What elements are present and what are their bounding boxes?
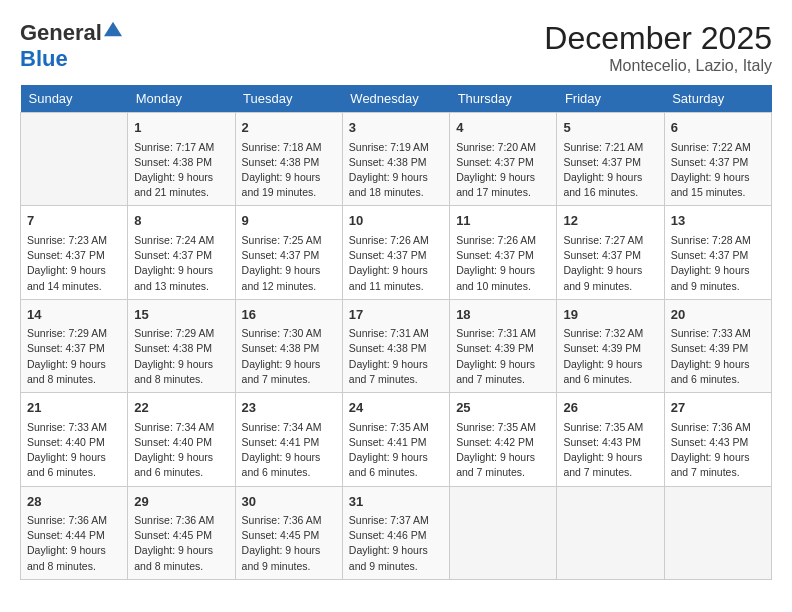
day-number: 17 [349,305,443,325]
calendar-cell: 13Sunrise: 7:28 AM Sunset: 4:37 PM Dayli… [664,206,771,299]
day-number: 8 [134,211,228,231]
weekday-header-cell: Wednesday [342,85,449,113]
calendar-cell: 12Sunrise: 7:27 AM Sunset: 4:37 PM Dayli… [557,206,664,299]
cell-content: Sunrise: 7:35 AM Sunset: 4:43 PM Dayligh… [563,420,657,481]
calendar-cell: 4Sunrise: 7:20 AM Sunset: 4:37 PM Daylig… [450,113,557,206]
calendar-cell: 24Sunrise: 7:35 AM Sunset: 4:41 PM Dayli… [342,393,449,486]
calendar-week-row: 21Sunrise: 7:33 AM Sunset: 4:40 PM Dayli… [21,393,772,486]
cell-content: Sunrise: 7:36 AM Sunset: 4:45 PM Dayligh… [134,513,228,574]
cell-content: Sunrise: 7:36 AM Sunset: 4:44 PM Dayligh… [27,513,121,574]
calendar-cell: 16Sunrise: 7:30 AM Sunset: 4:38 PM Dayli… [235,299,342,392]
calendar-week-row: 28Sunrise: 7:36 AM Sunset: 4:44 PM Dayli… [21,486,772,579]
logo: General Blue [20,20,122,72]
calendar-cell: 1Sunrise: 7:17 AM Sunset: 4:38 PM Daylig… [128,113,235,206]
cell-content: Sunrise: 7:32 AM Sunset: 4:39 PM Dayligh… [563,326,657,387]
day-number: 10 [349,211,443,231]
day-number: 12 [563,211,657,231]
cell-content: Sunrise: 7:33 AM Sunset: 4:40 PM Dayligh… [27,420,121,481]
weekday-header-cell: Monday [128,85,235,113]
cell-content: Sunrise: 7:24 AM Sunset: 4:37 PM Dayligh… [134,233,228,294]
day-number: 27 [671,398,765,418]
calendar-cell [21,113,128,206]
calendar-cell: 21Sunrise: 7:33 AM Sunset: 4:40 PM Dayli… [21,393,128,486]
calendar-table: SundayMondayTuesdayWednesdayThursdayFrid… [20,85,772,580]
day-number: 29 [134,492,228,512]
logo-icon [104,20,122,38]
day-number: 31 [349,492,443,512]
cell-content: Sunrise: 7:27 AM Sunset: 4:37 PM Dayligh… [563,233,657,294]
day-number: 6 [671,118,765,138]
calendar-cell: 7Sunrise: 7:23 AM Sunset: 4:37 PM Daylig… [21,206,128,299]
cell-content: Sunrise: 7:36 AM Sunset: 4:43 PM Dayligh… [671,420,765,481]
calendar-cell: 23Sunrise: 7:34 AM Sunset: 4:41 PM Dayli… [235,393,342,486]
calendar-cell: 22Sunrise: 7:34 AM Sunset: 4:40 PM Dayli… [128,393,235,486]
cell-content: Sunrise: 7:23 AM Sunset: 4:37 PM Dayligh… [27,233,121,294]
cell-content: Sunrise: 7:21 AM Sunset: 4:37 PM Dayligh… [563,140,657,201]
calendar-cell: 3Sunrise: 7:19 AM Sunset: 4:38 PM Daylig… [342,113,449,206]
day-number: 1 [134,118,228,138]
cell-content: Sunrise: 7:31 AM Sunset: 4:38 PM Dayligh… [349,326,443,387]
day-number: 26 [563,398,657,418]
day-number: 19 [563,305,657,325]
day-number: 2 [242,118,336,138]
cell-content: Sunrise: 7:30 AM Sunset: 4:38 PM Dayligh… [242,326,336,387]
weekday-header-row: SundayMondayTuesdayWednesdayThursdayFrid… [21,85,772,113]
cell-content: Sunrise: 7:25 AM Sunset: 4:37 PM Dayligh… [242,233,336,294]
logo-blue-text: Blue [20,46,68,72]
weekday-header-cell: Saturday [664,85,771,113]
day-number: 25 [456,398,550,418]
cell-content: Sunrise: 7:22 AM Sunset: 4:37 PM Dayligh… [671,140,765,201]
calendar-cell: 10Sunrise: 7:26 AM Sunset: 4:37 PM Dayli… [342,206,449,299]
calendar-week-row: 7Sunrise: 7:23 AM Sunset: 4:37 PM Daylig… [21,206,772,299]
calendar-cell: 29Sunrise: 7:36 AM Sunset: 4:45 PM Dayli… [128,486,235,579]
calendar-cell: 28Sunrise: 7:36 AM Sunset: 4:44 PM Dayli… [21,486,128,579]
day-number: 20 [671,305,765,325]
calendar-cell [557,486,664,579]
svg-marker-0 [104,22,122,36]
calendar-cell: 18Sunrise: 7:31 AM Sunset: 4:39 PM Dayli… [450,299,557,392]
cell-content: Sunrise: 7:36 AM Sunset: 4:45 PM Dayligh… [242,513,336,574]
cell-content: Sunrise: 7:34 AM Sunset: 4:40 PM Dayligh… [134,420,228,481]
month-title: December 2025 [544,20,772,57]
calendar-cell [450,486,557,579]
cell-content: Sunrise: 7:18 AM Sunset: 4:38 PM Dayligh… [242,140,336,201]
calendar-cell: 30Sunrise: 7:36 AM Sunset: 4:45 PM Dayli… [235,486,342,579]
calendar-cell: 31Sunrise: 7:37 AM Sunset: 4:46 PM Dayli… [342,486,449,579]
day-number: 3 [349,118,443,138]
day-number: 23 [242,398,336,418]
page-header: General Blue December 2025 Montecelio, L… [20,20,772,75]
day-number: 28 [27,492,121,512]
calendar-week-row: 1Sunrise: 7:17 AM Sunset: 4:38 PM Daylig… [21,113,772,206]
cell-content: Sunrise: 7:37 AM Sunset: 4:46 PM Dayligh… [349,513,443,574]
calendar-cell: 17Sunrise: 7:31 AM Sunset: 4:38 PM Dayli… [342,299,449,392]
day-number: 4 [456,118,550,138]
weekday-header-cell: Friday [557,85,664,113]
calendar-cell: 14Sunrise: 7:29 AM Sunset: 4:37 PM Dayli… [21,299,128,392]
cell-content: Sunrise: 7:33 AM Sunset: 4:39 PM Dayligh… [671,326,765,387]
cell-content: Sunrise: 7:35 AM Sunset: 4:41 PM Dayligh… [349,420,443,481]
cell-content: Sunrise: 7:35 AM Sunset: 4:42 PM Dayligh… [456,420,550,481]
cell-content: Sunrise: 7:20 AM Sunset: 4:37 PM Dayligh… [456,140,550,201]
cell-content: Sunrise: 7:29 AM Sunset: 4:37 PM Dayligh… [27,326,121,387]
calendar-cell: 15Sunrise: 7:29 AM Sunset: 4:38 PM Dayli… [128,299,235,392]
cell-content: Sunrise: 7:19 AM Sunset: 4:38 PM Dayligh… [349,140,443,201]
day-number: 11 [456,211,550,231]
calendar-body: 1Sunrise: 7:17 AM Sunset: 4:38 PM Daylig… [21,113,772,580]
calendar-cell: 20Sunrise: 7:33 AM Sunset: 4:39 PM Dayli… [664,299,771,392]
cell-content: Sunrise: 7:29 AM Sunset: 4:38 PM Dayligh… [134,326,228,387]
day-number: 16 [242,305,336,325]
day-number: 14 [27,305,121,325]
calendar-week-row: 14Sunrise: 7:29 AM Sunset: 4:37 PM Dayli… [21,299,772,392]
calendar-cell [664,486,771,579]
title-section: December 2025 Montecelio, Lazio, Italy [544,20,772,75]
day-number: 21 [27,398,121,418]
cell-content: Sunrise: 7:26 AM Sunset: 4:37 PM Dayligh… [349,233,443,294]
day-number: 7 [27,211,121,231]
calendar-cell: 8Sunrise: 7:24 AM Sunset: 4:37 PM Daylig… [128,206,235,299]
logo-general-text: General [20,20,102,46]
calendar-cell: 11Sunrise: 7:26 AM Sunset: 4:37 PM Dayli… [450,206,557,299]
location-title: Montecelio, Lazio, Italy [544,57,772,75]
cell-content: Sunrise: 7:28 AM Sunset: 4:37 PM Dayligh… [671,233,765,294]
weekday-header-cell: Tuesday [235,85,342,113]
calendar-cell: 5Sunrise: 7:21 AM Sunset: 4:37 PM Daylig… [557,113,664,206]
